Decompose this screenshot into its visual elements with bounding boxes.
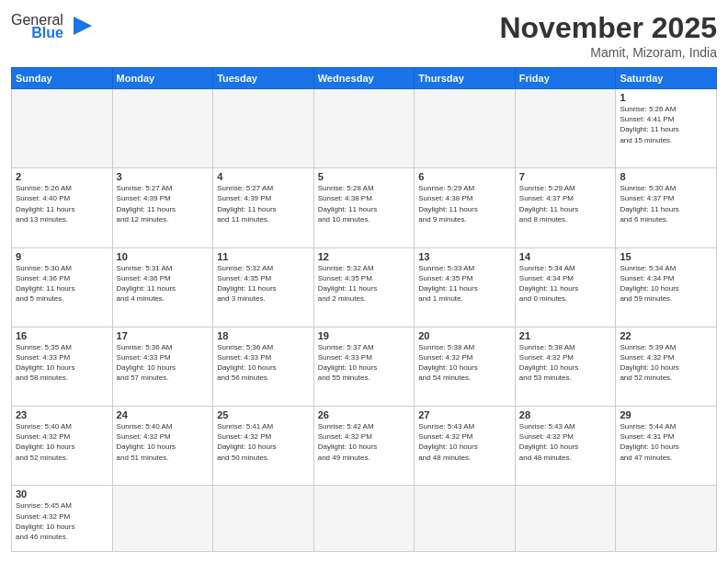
svg-marker-0 [74,17,92,35]
day-number: 1 [620,92,712,103]
calendar-week-5: 30Sunrise: 5:45 AM Sunset: 4:32 PM Dayli… [12,486,717,552]
day-info: Sunrise: 5:29 AM Sunset: 4:37 PM Dayligh… [519,183,612,224]
day-info: Sunrise: 5:44 AM Sunset: 4:31 PM Dayligh… [620,421,712,463]
day-number: 13 [418,251,511,262]
day-number: 16 [16,330,108,341]
page: General Blue November 2025 Mamit, Mizora… [0,0,728,563]
day-number: 3 [117,171,210,182]
day-info: Sunrise: 5:32 AM Sunset: 4:35 PM Dayligh… [217,263,310,304]
day-number: 10 [117,251,210,262]
calendar-cell: 9Sunrise: 5:30 AM Sunset: 4:36 PM Daylig… [12,247,113,327]
col-friday: Friday [515,68,616,89]
logo-blue: Blue [31,25,63,41]
title-block: November 2025 Mamit, Mizoram, India [499,11,717,60]
day-number: 15 [620,251,712,262]
day-info: Sunrise: 5:34 AM Sunset: 4:34 PM Dayligh… [620,263,712,304]
col-saturday: Saturday [616,68,717,89]
day-number: 7 [519,171,612,182]
location: Mamit, Mizoram, India [499,45,717,60]
day-number: 14 [519,251,612,262]
day-number: 9 [16,251,108,262]
calendar-cell: 14Sunrise: 5:34 AM Sunset: 4:34 PM Dayli… [515,247,616,327]
calendar-cell: 6Sunrise: 5:29 AM Sunset: 4:38 PM Daylig… [415,168,516,247]
day-info: Sunrise: 5:43 AM Sunset: 4:32 PM Dayligh… [418,421,511,463]
day-info: Sunrise: 5:40 AM Sunset: 4:32 PM Dayligh… [117,421,210,463]
day-info: Sunrise: 5:41 AM Sunset: 4:32 PM Dayligh… [217,421,310,463]
col-wednesday: Wednesday [313,68,415,89]
day-info: Sunrise: 5:40 AM Sunset: 4:32 PM Dayligh… [16,421,108,463]
calendar-cell: 13Sunrise: 5:33 AM Sunset: 4:35 PM Dayli… [415,247,516,327]
month-title: November 2025 [499,11,717,45]
day-number: 25 [217,409,310,420]
day-number: 8 [620,171,712,182]
calendar-header-row: Sunday Monday Tuesday Wednesday Thursday… [12,68,717,89]
day-number: 19 [318,330,411,341]
day-info: Sunrise: 5:37 AM Sunset: 4:33 PM Dayligh… [318,342,411,384]
day-info: Sunrise: 5:31 AM Sunset: 4:36 PM Dayligh… [117,263,210,304]
day-number: 2 [16,171,108,182]
day-info: Sunrise: 5:30 AM Sunset: 4:37 PM Dayligh… [620,183,712,224]
calendar-cell [415,89,516,168]
day-number: 23 [16,409,108,420]
day-info: Sunrise: 5:32 AM Sunset: 4:35 PM Dayligh… [318,263,411,304]
calendar-cell: 23Sunrise: 5:40 AM Sunset: 4:32 PM Dayli… [12,407,113,486]
calendar-cell: 12Sunrise: 5:32 AM Sunset: 4:35 PM Dayli… [313,247,415,327]
calendar-cell: 10Sunrise: 5:31 AM Sunset: 4:36 PM Dayli… [112,247,213,327]
calendar-cell: 8Sunrise: 5:30 AM Sunset: 4:37 PM Daylig… [616,168,717,247]
day-number: 28 [519,409,612,420]
day-info: Sunrise: 5:38 AM Sunset: 4:32 PM Dayligh… [519,342,612,384]
calendar-cell: 4Sunrise: 5:27 AM Sunset: 4:39 PM Daylig… [213,168,314,247]
header: General Blue November 2025 Mamit, Mizora… [11,11,717,60]
calendar-cell: 27Sunrise: 5:43 AM Sunset: 4:32 PM Dayli… [415,407,516,486]
calendar-week-4: 23Sunrise: 5:40 AM Sunset: 4:32 PM Dayli… [12,407,717,486]
calendar-cell: 18Sunrise: 5:36 AM Sunset: 4:33 PM Dayli… [213,327,314,406]
day-info: Sunrise: 5:45 AM Sunset: 4:32 PM Dayligh… [16,500,108,542]
day-info: Sunrise: 5:29 AM Sunset: 4:38 PM Dayligh… [418,183,511,224]
day-number: 5 [318,171,411,182]
day-info: Sunrise: 5:34 AM Sunset: 4:34 PM Dayligh… [519,263,612,304]
day-info: Sunrise: 5:28 AM Sunset: 4:38 PM Dayligh… [318,183,411,224]
day-info: Sunrise: 5:36 AM Sunset: 4:33 PM Dayligh… [217,342,310,384]
calendar-cell [415,486,516,552]
calendar-cell: 22Sunrise: 5:39 AM Sunset: 4:32 PM Dayli… [616,327,717,406]
calendar-cell: 3Sunrise: 5:27 AM Sunset: 4:39 PM Daylig… [112,168,213,247]
calendar-cell [112,486,213,552]
day-number: 29 [620,409,712,420]
day-info: Sunrise: 5:33 AM Sunset: 4:35 PM Dayligh… [418,263,511,304]
calendar-cell: 28Sunrise: 5:43 AM Sunset: 4:32 PM Dayli… [515,407,616,486]
logo-icon [70,13,96,39]
day-info: Sunrise: 5:26 AM Sunset: 4:40 PM Dayligh… [16,183,108,224]
day-info: Sunrise: 5:38 AM Sunset: 4:32 PM Dayligh… [418,342,511,384]
day-number: 27 [418,409,511,420]
day-number: 21 [519,330,612,341]
col-thursday: Thursday [415,68,516,89]
day-info: Sunrise: 5:39 AM Sunset: 4:32 PM Dayligh… [620,342,712,384]
logo: General Blue [11,11,96,42]
day-number: 26 [318,409,411,420]
calendar-cell [112,89,213,168]
calendar-cell: 15Sunrise: 5:34 AM Sunset: 4:34 PM Dayli… [616,247,717,327]
calendar-cell: 24Sunrise: 5:40 AM Sunset: 4:32 PM Dayli… [112,407,213,486]
day-number: 11 [217,251,310,262]
col-monday: Monday [112,68,213,89]
day-info: Sunrise: 5:26 AM Sunset: 4:41 PM Dayligh… [620,104,712,145]
calendar-table: Sunday Monday Tuesday Wednesday Thursday… [11,67,717,552]
day-info: Sunrise: 5:36 AM Sunset: 4:33 PM Dayligh… [117,342,210,384]
day-number: 18 [217,330,310,341]
calendar-cell: 21Sunrise: 5:38 AM Sunset: 4:32 PM Dayli… [515,327,616,406]
calendar-week-1: 2Sunrise: 5:26 AM Sunset: 4:40 PM Daylig… [12,168,717,247]
day-info: Sunrise: 5:30 AM Sunset: 4:36 PM Dayligh… [16,263,108,304]
day-number: 20 [418,330,511,341]
calendar-cell [213,89,314,168]
calendar-cell [515,89,616,168]
calendar-cell [313,89,415,168]
calendar-week-3: 16Sunrise: 5:35 AM Sunset: 4:33 PM Dayli… [12,327,717,406]
day-info: Sunrise: 5:43 AM Sunset: 4:32 PM Dayligh… [519,421,612,463]
calendar-week-0: 1Sunrise: 5:26 AM Sunset: 4:41 PM Daylig… [12,89,717,168]
calendar-cell: 16Sunrise: 5:35 AM Sunset: 4:33 PM Dayli… [12,327,113,406]
day-info: Sunrise: 5:27 AM Sunset: 4:39 PM Dayligh… [217,183,310,224]
calendar-cell: 2Sunrise: 5:26 AM Sunset: 4:40 PM Daylig… [12,168,113,247]
day-info: Sunrise: 5:27 AM Sunset: 4:39 PM Dayligh… [117,183,210,224]
calendar-cell [515,486,616,552]
calendar-cell [12,89,113,168]
